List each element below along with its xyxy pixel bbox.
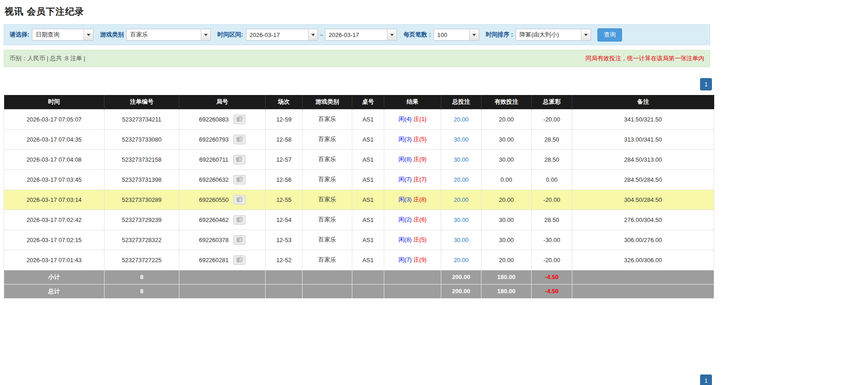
- game-type-cell: 百家乐: [303, 149, 352, 169]
- chevron-down-icon[interactable]: [84, 29, 93, 40]
- round-id: 692260281: [199, 257, 229, 264]
- game-type-label: 游戏类别: [100, 31, 124, 39]
- date-to-input[interactable]: [325, 29, 386, 40]
- cards-icon: [236, 116, 243, 122]
- caret-icon: [472, 34, 476, 36]
- result-cell: 闲(8) 庄(9): [384, 149, 441, 169]
- player-result: 闲(4): [398, 116, 412, 122]
- round-id: 692260883: [199, 116, 229, 123]
- view-cards-button[interactable]: [233, 235, 246, 245]
- summary-valid-bet-cell: 180.00: [481, 284, 532, 298]
- total-bet-cell: 30.00: [441, 210, 481, 230]
- player-result: 闲(3): [398, 136, 412, 142]
- chevron-down-icon[interactable]: [581, 29, 591, 40]
- valid-bet-cell: 20.00: [481, 109, 532, 129]
- game-type-cell: 百家乐: [303, 230, 352, 250]
- total-bet-link[interactable]: 20.00: [454, 257, 469, 264]
- chevron-down-icon[interactable]: [387, 29, 397, 40]
- result-cell: 闲(7) 庄(9): [384, 250, 441, 270]
- game-type-combobox: [126, 29, 211, 41]
- bet-id-cell: 523273727225: [105, 250, 179, 270]
- page-size-input[interactable]: [434, 29, 468, 40]
- records-table: 时间注单编号局号场次游戏类别桌号结果总投注有效投注总派彩备注 2026-03-1…: [4, 95, 714, 299]
- time-sort-input[interactable]: [516, 29, 580, 40]
- summary-label-cell: 总计: [4, 284, 105, 298]
- payout-cell: -20.00: [532, 109, 572, 129]
- total-bet-link[interactable]: 30.00: [454, 237, 469, 243]
- pagination-top: 1: [4, 78, 712, 90]
- game-type-cell: 百家乐: [303, 210, 352, 230]
- payout-cell: 28.50: [532, 129, 572, 149]
- round-cell: 692260632: [179, 169, 266, 190]
- round-cell: 692260793: [179, 129, 266, 149]
- summary-payout-cell: -4.50: [532, 284, 572, 298]
- total-bet-link[interactable]: 20.00: [454, 176, 469, 183]
- page-1-button[interactable]: 1: [700, 78, 712, 90]
- valid-bet-note: 同局有效投注，统一计算在该局第一张注单内: [586, 54, 704, 63]
- bet-id-cell: 523273729239: [105, 210, 179, 230]
- round-id: 692260550: [199, 196, 229, 203]
- currency-summary-text: 币别：人民币 | 总共 :8 注单 |: [10, 54, 85, 63]
- view-cards-button[interactable]: [233, 155, 246, 164]
- summary-payout-cell: -4.50: [532, 270, 572, 284]
- game-type-cell: 百家乐: [303, 169, 352, 190]
- chevron-down-icon[interactable]: [201, 29, 210, 40]
- column-header: 时间: [4, 95, 105, 109]
- view-cards-button[interactable]: [233, 135, 246, 144]
- banker-result: 庄(6): [413, 216, 427, 223]
- caret-icon: [311, 34, 315, 36]
- date-to-combobox: [325, 29, 397, 41]
- banker-result: 庄(5): [413, 236, 427, 243]
- payout-cell: -30.00: [532, 230, 572, 250]
- bet-id-cell: 523273731398: [105, 169, 179, 190]
- remark-cell: 284.50/284.50: [572, 169, 714, 190]
- records-table-foot: 小计8200.00180.00-4.50总计8200.00180.00-4.50: [4, 270, 714, 298]
- records-table-header-row: 时间注单编号局号场次游戏类别桌号结果总投注有效投注总派彩备注: [4, 95, 714, 109]
- view-cards-button[interactable]: [233, 195, 246, 205]
- table-no-cell: AS1: [352, 129, 384, 149]
- chevron-down-icon[interactable]: [469, 29, 479, 40]
- bet-id-cell: 523273733080: [105, 129, 179, 149]
- date-from-input[interactable]: [246, 29, 307, 40]
- total-bet-link[interactable]: 20.00: [454, 196, 469, 203]
- result-cell: 闲(4) 庄(1): [384, 109, 441, 129]
- view-cards-button[interactable]: [233, 215, 246, 225]
- game-type-input[interactable]: [127, 29, 200, 40]
- view-cards-button[interactable]: [233, 115, 246, 124]
- time-range-label: 时间区间:: [217, 31, 243, 39]
- view-cards-button[interactable]: [233, 255, 246, 265]
- game-type-cell: 百家乐: [303, 190, 352, 210]
- column-header: 结果: [384, 95, 441, 109]
- table-row: 2026-03-17 07:03:45523273731398692260632…: [4, 169, 714, 190]
- total-bet-link[interactable]: 30.00: [454, 216, 469, 223]
- game-type-cell: 百家乐: [303, 250, 352, 270]
- query-type-input[interactable]: [32, 29, 83, 40]
- column-header: 备注: [572, 95, 714, 109]
- column-header: 游戏类别: [303, 95, 352, 109]
- caret-icon: [204, 34, 208, 36]
- total-bet-link[interactable]: 30.00: [454, 156, 469, 163]
- total-bet-link[interactable]: 30.00: [454, 136, 469, 143]
- summary-bar: 币别：人民币 | 总共 :8 注单 | 同局有效投注，统一计算在该局第一张注单内: [4, 50, 710, 67]
- page-size-combobox: [434, 29, 479, 41]
- player-result: 闲(8): [398, 156, 412, 163]
- view-cards-button[interactable]: [233, 175, 246, 185]
- remark-cell: 276.00/304.50: [572, 210, 714, 230]
- total-bet-link[interactable]: 20.00: [454, 116, 469, 123]
- cards-icon: [236, 237, 243, 243]
- time-cell: 2026-03-17 07:02:15: [4, 230, 105, 250]
- time-cell: 2026-03-17 07:03:45: [4, 169, 105, 190]
- payout-cell: 0.00: [532, 169, 572, 190]
- cards-icon: [235, 156, 243, 163]
- page-1-button[interactable]: 1: [700, 374, 712, 385]
- column-header: 桌号: [352, 95, 384, 109]
- column-header: 注单编号: [105, 95, 179, 109]
- result-cell: 闲(3) 庄(8): [384, 190, 441, 210]
- summary-count-cell: 8: [105, 284, 179, 298]
- chevron-down-icon[interactable]: [308, 29, 318, 40]
- search-button[interactable]: 查询: [597, 28, 622, 42]
- result-cell: 闲(7) 庄(7): [384, 169, 441, 190]
- summary-label-cell: 小计: [4, 270, 105, 284]
- valid-bet-cell: 20.00: [481, 190, 532, 210]
- summary-row: 小计8200.00180.00-4.50: [4, 270, 714, 284]
